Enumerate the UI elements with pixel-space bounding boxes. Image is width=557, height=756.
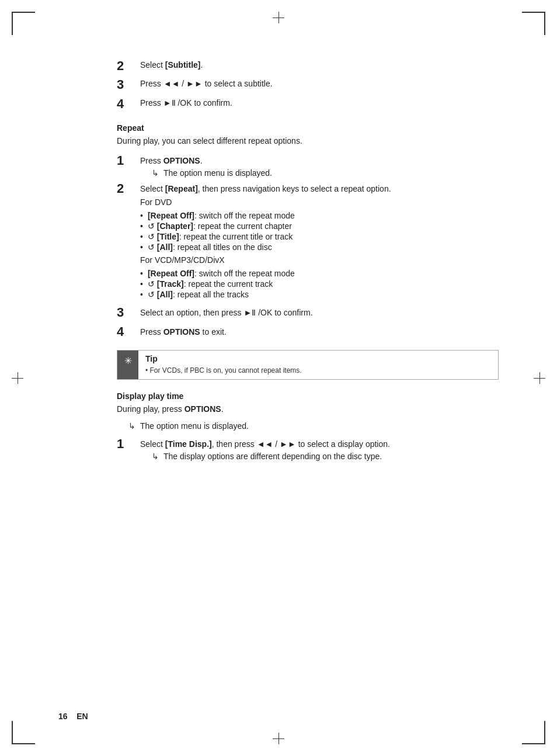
step-4-content: Press ►Ⅱ /OK to confirm.	[140, 96, 499, 107]
vcd-item-3-text: ↺ [All]: repeat all the tracks	[148, 290, 249, 299]
display-step-1-text: Select [Time Disp.], then press ◄◄ / ►► …	[140, 438, 499, 450]
dvd-item-4: ↺ [All]: repeat all titles on the disc	[140, 242, 499, 252]
step-4-number: 4	[117, 96, 134, 112]
repeat-step-3-content: Select an option, then press ►Ⅱ /OK to c…	[140, 305, 499, 320]
tip-content-area: Tip • For VCDs, if PBC is on, you cannot…	[138, 351, 498, 379]
step-4-text: Press ►Ⅱ /OK to confirm.	[140, 98, 232, 107]
display-step-1-subnote-text: The display options are different depend…	[163, 452, 382, 461]
dvd-item-3: ↺ [Title]: repeat the current title or t…	[140, 232, 499, 241]
step-2-number: 2	[117, 58, 134, 74]
dvd-item-2-text: ↺ [Chapter]: repeat the current chapter	[148, 221, 292, 231]
tip-text: • For VCDs, if PBC is on, you cannot rep…	[145, 366, 491, 376]
display-intro-bold: OPTIONS	[184, 404, 221, 414]
tip-icon-area: ✳	[117, 351, 138, 379]
step-2-row: 2 Select [Subtitle].	[117, 58, 499, 74]
arrow-icon-display: ↳	[128, 421, 135, 431]
dvd-list: [Repeat Off]: switch off the repeat mode…	[140, 211, 499, 252]
corner-mark-top-right	[522, 12, 545, 35]
crosshair-bottom-center	[273, 733, 284, 744]
display-section-intro: During play, press OPTIONS.	[117, 403, 499, 415]
vcd-item-3: ↺ [All]: repeat all the tracks	[140, 290, 499, 299]
display-step-1-row: 1 Select [Time Disp.], then press ◄◄ / ►…	[117, 436, 499, 461]
tip-label: Tip	[145, 354, 491, 363]
display-step-1-subnote: ↳ The display options are different depe…	[140, 452, 499, 461]
repeat-step-4-number: 4	[117, 324, 134, 339]
display-intro-subnote: ↳ The option menu is displayed.	[117, 421, 499, 431]
step-2-bold: [Subtitle]	[165, 60, 201, 70]
repeat-step-4-text-after: to exit.	[200, 327, 227, 337]
step-3-text: Press ◄◄ / ►► to select a subtitle.	[140, 79, 273, 88]
repeat-step-2-row: 2 Select [Repeat], then press navigation…	[117, 181, 499, 301]
display-step-1-content: Select [Time Disp.], then press ◄◄ / ►► …	[140, 436, 499, 461]
corner-mark-bottom-left	[12, 721, 35, 744]
corner-mark-bottom-right	[522, 721, 545, 744]
arrow-icon-display-1: ↳	[152, 452, 159, 461]
repeat-step-3-number: 3	[117, 305, 134, 320]
vcd-list: [Repeat Off]: switch off the repeat mode…	[140, 269, 499, 299]
step-3-number: 3	[117, 77, 134, 92]
crosshair-right-middle	[534, 372, 545, 384]
display-section-title: Display play time	[117, 391, 499, 401]
corner-mark-top-left	[12, 12, 35, 35]
step-2-content: Select [Subtitle].	[140, 58, 499, 70]
repeat-step-1-number: 1	[117, 153, 134, 168]
display-intro-subnote-text: The option menu is displayed.	[140, 421, 249, 431]
repeat-section-intro: During play, you can select different re…	[117, 135, 499, 147]
crosshair-left-middle	[12, 372, 23, 384]
tip-star-icon: ✳	[124, 355, 132, 366]
repeat-step-1-after: .	[200, 156, 203, 165]
step-4-row: 4 Press ►Ⅱ /OK to confirm.	[117, 96, 499, 112]
repeat-step-4-text-before: Press	[140, 327, 163, 337]
tip-box: ✳ Tip • For VCDs, if PBC is on, you cann…	[117, 350, 499, 380]
arrow-icon-1: ↳	[152, 168, 159, 178]
repeat-step-2-number: 2	[117, 181, 134, 196]
vcd-item-2-text: ↺ [Track]: repeat the current track	[148, 279, 273, 289]
dvd-item-1-text: [Repeat Off]: switch off the repeat mode	[148, 211, 295, 220]
vcd-item-2: ↺ [Track]: repeat the current track	[140, 279, 499, 289]
repeat-step-4-row: 4 Press OPTIONS to exit.	[117, 324, 499, 339]
page: 2 Select [Subtitle]. 3 Press ◄◄ / ►► to …	[0, 0, 557, 756]
repeat-step-1-text: Press	[140, 156, 163, 165]
repeat-step-1-row: 1 Press OPTIONS. ↳ The option menu is di…	[117, 153, 499, 178]
for-vcd-label: For VCD/MP3/CD/DivX	[140, 254, 499, 266]
dvd-item-4-text: ↺ [All]: repeat all titles on the disc	[148, 242, 272, 252]
repeat-step-3-row: 3 Select an option, then press ►Ⅱ /OK to…	[117, 305, 499, 320]
repeat-step-2-main: Select [Repeat], then press navigation k…	[140, 183, 499, 195]
repeat-step-4-content: Press OPTIONS to exit.	[140, 324, 499, 339]
display-step-1-number: 1	[117, 436, 134, 452]
page-footer: 16 EN	[58, 712, 88, 721]
repeat-step-3-text: Select an option, then press ►Ⅱ /OK to c…	[140, 307, 499, 319]
vcd-item-1-text: [Repeat Off]: switch off the repeat mode	[148, 269, 295, 278]
step-2-text-after: .	[200, 60, 203, 70]
display-intro-text: During play, press	[117, 404, 184, 414]
dvd-item-2: ↺ [Chapter]: repeat the current chapter	[140, 221, 499, 231]
repeat-step-1-subnote-text: The option menu is displayed.	[163, 168, 272, 178]
step-3-content: Press ◄◄ / ►► to select a subtitle.	[140, 77, 499, 88]
page-number: 16	[58, 712, 68, 721]
for-dvd-label: For DVD	[140, 196, 499, 209]
repeat-step-1-subnote: ↳ The option menu is displayed.	[140, 168, 499, 178]
repeat-step-1-bold: OPTIONS	[163, 156, 200, 165]
repeat-step-1-content: Press OPTIONS. ↳ The option menu is disp…	[140, 153, 499, 178]
crosshair-top-center	[273, 12, 284, 23]
display-intro-after: .	[221, 404, 224, 414]
repeat-step-4-bold: OPTIONS	[163, 327, 200, 337]
repeat-step-2-content: Select [Repeat], then press navigation k…	[140, 181, 499, 301]
dvd-item-3-text: ↺ [Title]: repeat the current title or t…	[148, 232, 293, 241]
page-lang: EN	[76, 712, 88, 721]
dvd-item-1: [Repeat Off]: switch off the repeat mode	[140, 211, 499, 220]
step-3-row: 3 Press ◄◄ / ►► to select a subtitle.	[117, 77, 499, 92]
step-2-text-before: Select	[140, 60, 165, 70]
main-content: 2 Select [Subtitle]. 3 Press ◄◄ / ►► to …	[117, 58, 499, 461]
vcd-item-1: [Repeat Off]: switch off the repeat mode	[140, 269, 499, 278]
repeat-section-title: Repeat	[117, 123, 499, 133]
